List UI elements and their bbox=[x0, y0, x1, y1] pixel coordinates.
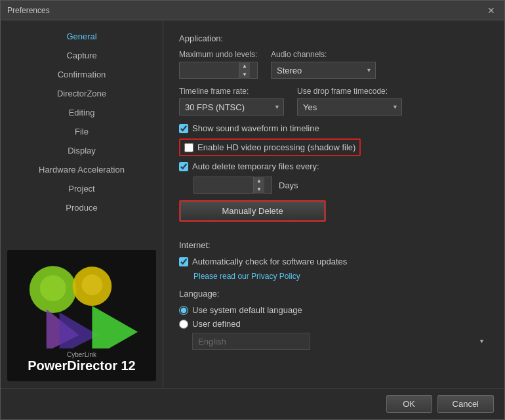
days-spinner-buttons: ▲ ▼ bbox=[253, 177, 264, 194]
sidebar-item-file[interactable]: File bbox=[1, 122, 163, 141]
timeline-rate-select-wrap: 30 FPS (NTSC) 25 FPS (PAL) 24 FPS (Film) bbox=[179, 98, 284, 116]
sidebar-item-confirmation[interactable]: Confirmation bbox=[1, 65, 163, 84]
language-select[interactable]: English French German Spanish Chinese bbox=[192, 333, 310, 350]
days-spinner-up[interactable]: ▲ bbox=[254, 177, 264, 185]
auto-check-row: Automatically check for software updates bbox=[179, 257, 489, 266]
days-label: Days bbox=[279, 180, 298, 190]
show-waveform-label: Show sound waveform in timeline bbox=[192, 123, 319, 133]
enable-hd-highlight: Enable HD video processing (shadow file) bbox=[179, 138, 361, 156]
sidebar-item-produce[interactable]: Produce bbox=[1, 198, 163, 217]
show-waveform-row: Show sound waveform in timeline bbox=[179, 123, 489, 133]
sidebar-item-editing[interactable]: Editing bbox=[1, 103, 163, 122]
days-row: 30 ▲ ▼ Days bbox=[193, 177, 489, 194]
dialog-title: Preferences bbox=[7, 6, 50, 15]
language-section-label: Language: bbox=[179, 289, 489, 299]
manually-delete-wrap: Manually Delete bbox=[179, 200, 326, 222]
brand-label: CyberLink bbox=[28, 351, 136, 358]
spinner-down[interactable]: ▼ bbox=[239, 70, 250, 79]
days-spinner-down[interactable]: ▼ bbox=[254, 185, 264, 194]
sidebar-logo: CyberLink PowerDirector 12 bbox=[1, 217, 163, 388]
sidebar-item-hardware-acceleration[interactable]: Hardware Acceleration bbox=[1, 160, 163, 179]
enable-hd-label: Enable HD video processing (shadow file) bbox=[197, 142, 355, 152]
user-defined-label: User defined bbox=[192, 319, 241, 329]
show-waveform-checkbox[interactable] bbox=[179, 124, 188, 133]
timeline-rate-label: Timeline frame rate: bbox=[179, 87, 284, 96]
cancel-button[interactable]: Cancel bbox=[437, 395, 494, 413]
drop-frame-select-wrap: Yes No bbox=[297, 98, 402, 116]
logo-text: CyberLink PowerDirector 12 bbox=[28, 351, 136, 373]
timeline-rate-select[interactable]: 30 FPS (NTSC) 25 FPS (PAL) 24 FPS (Film) bbox=[179, 98, 284, 116]
sidebar-item-directorzone[interactable]: DirectorZone bbox=[1, 84, 163, 103]
product-label: PowerDirector 12 bbox=[28, 358, 136, 373]
audio-channels-group: Audio channels: Stereo Mono 5.1 bbox=[271, 50, 376, 79]
application-section-label: Application: bbox=[179, 33, 489, 43]
use-system-row: Use system default language bbox=[179, 305, 489, 315]
footer: OK Cancel bbox=[1, 388, 504, 419]
sidebar-item-display[interactable]: Display bbox=[1, 141, 163, 160]
spinner-up[interactable]: ▲ bbox=[239, 62, 250, 70]
timeline-rate-group: Timeline frame rate: 30 FPS (NTSC) 25 FP… bbox=[179, 87, 284, 116]
enable-hd-checkbox[interactable] bbox=[184, 143, 193, 152]
sidebar-item-general[interactable]: General bbox=[1, 27, 163, 46]
days-spinner: 30 ▲ ▼ bbox=[193, 177, 272, 194]
svg-point-5 bbox=[40, 275, 66, 301]
drop-frame-label: Use drop frame timecode: bbox=[297, 87, 402, 96]
svg-marker-4 bbox=[92, 306, 138, 348]
auto-delete-checkbox[interactable] bbox=[179, 162, 188, 171]
privacy-policy-link[interactable]: Please read our Privacy Policy bbox=[193, 272, 489, 281]
sidebar-item-capture[interactable]: Capture bbox=[1, 46, 163, 65]
max-undo-group: Maximum undo levels: 50 ▲ ▼ bbox=[179, 50, 258, 79]
svg-point-6 bbox=[82, 274, 103, 295]
form-row-top: Maximum undo levels: 50 ▲ ▼ Audio channe… bbox=[179, 50, 489, 79]
internet-section-label: Internet: bbox=[179, 240, 489, 250]
drop-frame-select[interactable]: Yes No bbox=[297, 98, 402, 116]
language-select-wrap: English French German Spanish Chinese bbox=[192, 333, 489, 350]
logo-svg bbox=[7, 250, 156, 348]
ok-button[interactable]: OK bbox=[386, 395, 432, 413]
auto-delete-label: Auto delete temporary files every: bbox=[192, 161, 319, 171]
title-bar: Preferences ✕ bbox=[1, 1, 504, 20]
form-row-timeline: Timeline frame rate: 30 FPS (NTSC) 25 FP… bbox=[179, 87, 489, 116]
manually-delete-button[interactable]: Manually Delete bbox=[180, 201, 325, 220]
max-undo-label: Maximum undo levels: bbox=[179, 50, 258, 59]
content-area: General Capture Confirmation DirectorZon… bbox=[1, 20, 504, 388]
user-defined-row: User defined bbox=[179, 319, 489, 329]
audio-channels-select-wrap: Stereo Mono 5.1 bbox=[271, 62, 376, 79]
audio-channels-select[interactable]: Stereo Mono 5.1 bbox=[271, 62, 376, 79]
close-button[interactable]: ✕ bbox=[485, 5, 498, 16]
user-defined-radio[interactable] bbox=[179, 320, 188, 329]
use-system-label: Use system default language bbox=[192, 305, 302, 315]
auto-check-label: Automatically check for software updates bbox=[192, 257, 347, 266]
max-undo-spinner: 50 ▲ ▼ bbox=[179, 62, 258, 79]
max-undo-input[interactable]: 50 bbox=[180, 64, 239, 77]
auto-delete-row: Auto delete temporary files every: bbox=[179, 161, 489, 171]
sidebar-item-project[interactable]: Project bbox=[1, 179, 163, 198]
drop-frame-group: Use drop frame timecode: Yes No bbox=[297, 87, 402, 116]
days-input[interactable]: 30 bbox=[194, 179, 253, 192]
preferences-dialog: Preferences ✕ General Capture Confirmati… bbox=[0, 0, 505, 420]
main-content: Application: Maximum undo levels: 50 ▲ ▼… bbox=[163, 20, 504, 388]
logo-box: CyberLink PowerDirector 12 bbox=[7, 250, 156, 381]
spinner-buttons: ▲ ▼ bbox=[239, 62, 250, 79]
use-system-radio[interactable] bbox=[179, 306, 188, 315]
sidebar: General Capture Confirmation DirectorZon… bbox=[1, 20, 163, 388]
audio-channels-label: Audio channels: bbox=[271, 50, 376, 59]
auto-check-checkbox[interactable] bbox=[179, 257, 188, 266]
